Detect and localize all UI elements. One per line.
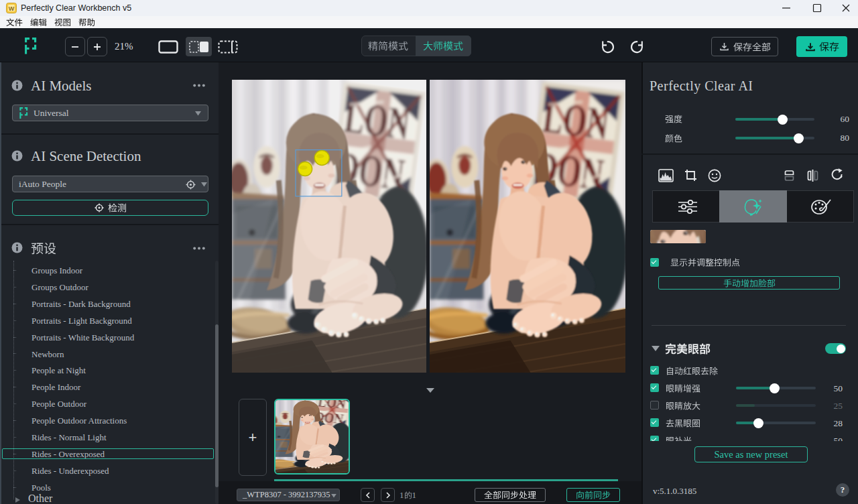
svg-text:W: W [9,5,15,12]
